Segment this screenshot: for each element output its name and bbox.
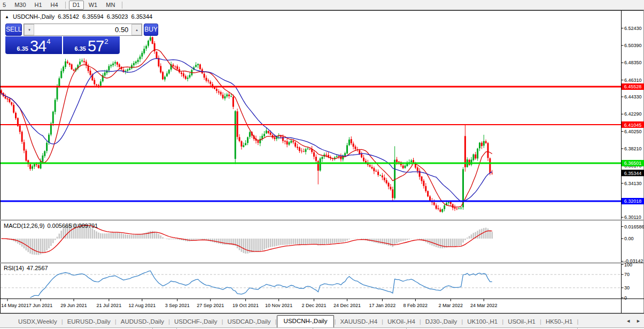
chart-tab-ukoil[interactable]: UKOil-,H4 [383, 316, 420, 327]
candle-body [7, 98, 9, 100]
candle-body [384, 178, 385, 180]
candle-body [239, 137, 240, 141]
candle-body [185, 76, 187, 79]
candle-body [249, 132, 251, 137]
chart-tab-usdcnh[interactable]: USDCNH-,Daily [277, 315, 335, 327]
chart-tab-usdcad[interactable]: USDCAD-,Daily [223, 316, 275, 327]
timeframe-button-h1[interactable]: H1 [31, 1, 46, 10]
candle-body [52, 112, 54, 124]
timeframe-button-h4[interactable]: H4 [47, 1, 62, 10]
price-axis-label: 6.48350 [624, 60, 642, 65]
macd-name: MACD(12,26,9) [4, 223, 44, 229]
candle-body [489, 158, 491, 173]
candle-body [42, 156, 43, 162]
candle-body [143, 49, 145, 53]
candle-body [388, 183, 390, 187]
candle-body [441, 209, 443, 212]
candle-body [29, 164, 31, 169]
chart-tab-usoil[interactable]: USOil-,H1 [503, 316, 540, 327]
volume-increase-icon[interactable]: ▲ [131, 24, 142, 35]
candle-body [353, 143, 354, 147]
candle-body [156, 52, 158, 59]
collapse-trade-panel-icon[interactable]: ▲ [5, 14, 9, 19]
timeframe-button-d1[interactable]: D1 [69, 1, 84, 10]
candle-body [245, 143, 246, 146]
chart-tab-hk50[interactable]: HK50-,H1 [541, 316, 577, 327]
candle-body [421, 177, 423, 181]
candle-body [292, 141, 294, 142]
sell-price-quote[interactable]: 6.35 34 4 [5, 36, 62, 54]
tab-scroll-left-icon[interactable]: ◄ [626, 318, 631, 324]
timeframe-button-m5[interactable]: 5 [0, 1, 10, 10]
candle-body [243, 145, 244, 147]
candle-body [452, 204, 454, 208]
candle-body [405, 166, 406, 168]
macd-axis-label: 0.00 [624, 236, 634, 241]
candle-body [24, 142, 25, 151]
candle-body [305, 149, 307, 152]
level-price-badge: 6.41045 [624, 123, 642, 128]
candle-body [173, 65, 174, 66]
chart-tab-usdchf[interactable]: USDCHF-,Daily [170, 316, 222, 327]
candle-body [222, 95, 224, 98]
candle-body [270, 133, 271, 135]
sell-button[interactable]: SELL [5, 24, 22, 36]
candle-body [36, 164, 37, 165]
chart-tab-eurusd[interactable]: EURUSD-,Daily [63, 316, 115, 327]
candle-body [458, 208, 460, 209]
candle-body [351, 139, 352, 143]
rsi-axis-label: 30 [624, 285, 630, 290]
timeframe-button-mn[interactable]: MN [102, 1, 119, 10]
candle-body [34, 164, 35, 167]
chart-tab-xauusd[interactable]: XAUUSD-,H4 [336, 316, 382, 327]
candle-body [363, 158, 364, 161]
price-axis-label: 6.30110 [624, 215, 641, 220]
candle-body [284, 141, 286, 142]
axes-layer: 6.524306.503906.483506.463106.443306.422… [1, 26, 644, 308]
candle-body [286, 141, 288, 144]
buy-button[interactable]: BUY [144, 24, 158, 36]
tab-scroll-right-icon[interactable]: ► [636, 318, 641, 324]
chart-tab-dj30[interactable]: DJ30-,Daily [421, 316, 461, 327]
rsi-axis-label: 70 [624, 272, 630, 277]
candle-body [174, 66, 176, 67]
candle-body [224, 96, 226, 98]
candle-body [13, 105, 14, 113]
time-axis-label: 27 Sep 2021 [197, 303, 224, 308]
ohlc-open: 6.35142 [58, 13, 79, 20]
candle-body [216, 89, 218, 91]
candle-body [114, 62, 116, 63]
candle-body [15, 113, 17, 118]
candle-body [290, 141, 292, 143]
rsi-axis-label: 100 [624, 262, 632, 267]
candle-body [162, 72, 164, 80]
chart-tab-usdx[interactable]: USDX,Weekly [14, 316, 61, 327]
timeframe-button-m30[interactable]: M30 [11, 1, 29, 10]
time-axis-label: 29 Jun 2021 [60, 303, 87, 308]
candle-body [373, 168, 375, 171]
chart-tab-uk100[interactable]: UK100-,H1 [463, 316, 502, 327]
time-axis-label: 24 Mar 2022 [470, 303, 498, 308]
candle-body [110, 65, 112, 66]
candle-body [232, 97, 234, 107]
sell-price-sup: 4 [46, 38, 50, 45]
price-axis-label: 6.34130 [624, 181, 642, 186]
candle-body [309, 149, 311, 149]
candle-body [344, 153, 346, 155]
buy-price-sup: 2 [104, 38, 108, 45]
price-axis-label: 6.46310 [624, 78, 642, 83]
candle-body [21, 132, 23, 142]
buy-price-quote[interactable]: 6.35 57 2 [63, 36, 120, 54]
chart-tab-audusd[interactable]: AUDUSD-,Daily [117, 316, 168, 327]
candle-body [160, 66, 161, 72]
timeframe-button-w1[interactable]: W1 [85, 1, 102, 10]
candle-body [166, 73, 168, 76]
volume-input[interactable] [34, 24, 131, 35]
candle-body [69, 63, 71, 65]
candle-body [485, 141, 487, 143]
volume-decrease-icon[interactable]: ▼ [24, 24, 34, 35]
time-axis-label: 10 Nov 2021 [265, 303, 292, 308]
candle-body [183, 73, 184, 76]
candle-body [38, 165, 40, 169]
level-price-badge: 6.45528 [624, 84, 642, 89]
